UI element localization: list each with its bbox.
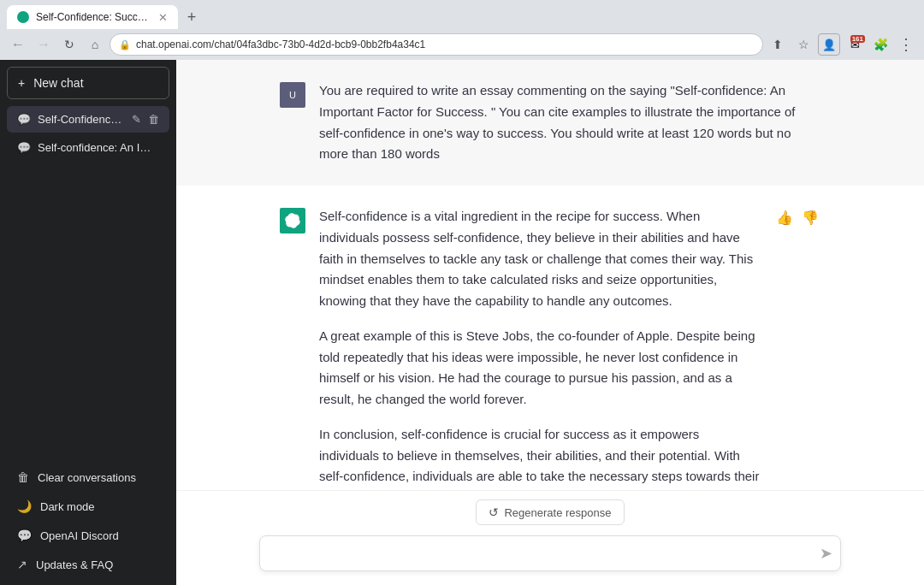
sidebar-item-self-confidence-succ[interactable]: 💬 Self-Confidence: Succ ✎ 🗑 bbox=[7, 106, 169, 133]
delete-icon[interactable]: 🗑 bbox=[148, 113, 159, 126]
browser-tab-bar: Self-Confidence: Success Key ✕ + bbox=[0, 0, 924, 29]
discord-label: OpenAI Discord bbox=[40, 529, 119, 542]
tab-title: Self-Confidence: Success Key bbox=[36, 11, 151, 23]
browser-action-gmail[interactable]: ✉ 161 bbox=[844, 33, 866, 56]
sidebar-item-discord[interactable]: 💬 OpenAI Discord bbox=[7, 522, 169, 549]
assistant-message-body: Self-confidence is a vital ingredient in… bbox=[319, 206, 761, 490]
chat-input[interactable] bbox=[259, 535, 841, 571]
browser-menu-button[interactable]: ⋮ bbox=[895, 33, 917, 56]
main-content: U You are required to write an essay com… bbox=[176, 60, 924, 585]
sidebar-item-dark-mode[interactable]: 🌙 Dark mode bbox=[7, 493, 169, 520]
thumbs-down-button[interactable]: 👎 bbox=[800, 208, 820, 228]
browser-action-extensions[interactable]: 🧩 bbox=[869, 33, 891, 56]
dark-mode-label: Dark mode bbox=[40, 500, 95, 513]
edit-icon[interactable]: ✎ bbox=[132, 113, 141, 126]
assistant-message-inner: Self-confidence is a vital ingredient in… bbox=[259, 206, 841, 490]
sidebar-item-clear-conversations[interactable]: 🗑 Clear conversations bbox=[7, 464, 169, 491]
message-actions: 👍 👎 bbox=[774, 206, 820, 228]
thumbs-up-button[interactable]: 👍 bbox=[774, 208, 795, 228]
new-tab-button[interactable]: + bbox=[180, 7, 204, 27]
discord-icon: 💬 bbox=[17, 529, 32, 542]
browser-action-share[interactable]: ⬆ bbox=[767, 33, 789, 56]
updates-faq-label: Updates & FAQ bbox=[36, 558, 113, 571]
sidebar-item-label: Self-Confidence: Succ bbox=[38, 113, 125, 126]
forward-button[interactable]: → bbox=[33, 33, 55, 56]
browser-action-profile[interactable]: 👤 bbox=[818, 33, 840, 56]
regenerate-button[interactable]: ↺ Regenerate response bbox=[476, 499, 624, 525]
regenerate-label: Regenerate response bbox=[504, 506, 611, 519]
home-button[interactable]: ⌂ bbox=[84, 33, 106, 56]
chat-messages: U You are required to write an essay com… bbox=[176, 60, 924, 490]
user-message-inner: U You are required to write an essay com… bbox=[259, 80, 841, 165]
address-bar[interactable]: 🔒 chat.openai.com/chat/04fa3dbc-73b0-4d2… bbox=[110, 33, 763, 56]
regenerate-container: ↺ Regenerate response bbox=[197, 499, 903, 525]
assistant-p3: In conclusion, self-confidence is crucia… bbox=[319, 424, 761, 490]
chat-icon: 💬 bbox=[17, 113, 31, 126]
input-container: ➤ bbox=[259, 535, 841, 571]
new-chat-button[interactable]: + New chat bbox=[7, 67, 169, 99]
address-bar-row: ← → ↻ ⌂ 🔒 chat.openai.com/chat/04fa3dbc-… bbox=[0, 29, 924, 60]
chat-icon-2: 💬 bbox=[17, 141, 31, 154]
sidebar-item-label-2: Self-confidence: An Importa bbox=[38, 141, 159, 154]
active-tab[interactable]: Self-Confidence: Success Key ✕ bbox=[7, 5, 178, 29]
user-avatar: U bbox=[280, 82, 305, 108]
sidebar-item-updates-faq[interactable]: ↗ Updates & FAQ bbox=[7, 551, 169, 578]
gmail-badge: 161 bbox=[850, 35, 865, 43]
app-container: + New chat 💬 Self-Confidence: Succ ✎ 🗑 💬… bbox=[0, 60, 924, 585]
plus-icon: + bbox=[18, 76, 25, 90]
moon-icon: 🌙 bbox=[17, 499, 32, 513]
regenerate-icon: ↺ bbox=[489, 505, 499, 519]
user-message: U You are required to write an essay com… bbox=[176, 60, 924, 186]
external-link-icon: ↗ bbox=[17, 558, 27, 571]
address-url: chat.openai.com/chat/04fa3dbc-73b0-4d2d-… bbox=[136, 38, 425, 50]
assistant-p1: Self-confidence is a vital ingredient in… bbox=[319, 206, 761, 312]
assistant-message: Self-confidence is a vital ingredient in… bbox=[176, 186, 924, 490]
assistant-p2: A great example of this is Steve Jobs, t… bbox=[319, 326, 761, 411]
lock-icon: 🔒 bbox=[119, 39, 131, 50]
trash-icon: 🗑 bbox=[17, 470, 29, 484]
tab-favicon bbox=[17, 11, 29, 23]
user-message-text: You are required to write an essay comme… bbox=[319, 80, 820, 165]
sidebar: + New chat 💬 Self-Confidence: Succ ✎ 🗑 💬… bbox=[0, 60, 176, 585]
send-button[interactable]: ➤ bbox=[820, 544, 832, 563]
browser-action-bookmark[interactable]: ☆ bbox=[792, 33, 814, 56]
tab-close-icon[interactable]: ✕ bbox=[158, 11, 168, 24]
back-button[interactable]: ← bbox=[7, 33, 29, 56]
chat-footer: ↺ Regenerate response ➤ bbox=[176, 490, 924, 585]
new-chat-label: New chat bbox=[33, 76, 83, 90]
assistant-avatar bbox=[280, 208, 305, 233]
reload-button[interactable]: ↻ bbox=[58, 33, 80, 56]
clear-conversations-label: Clear conversations bbox=[38, 471, 136, 484]
sidebar-item-self-confidence-importa[interactable]: 💬 Self-confidence: An Importa bbox=[7, 134, 169, 161]
